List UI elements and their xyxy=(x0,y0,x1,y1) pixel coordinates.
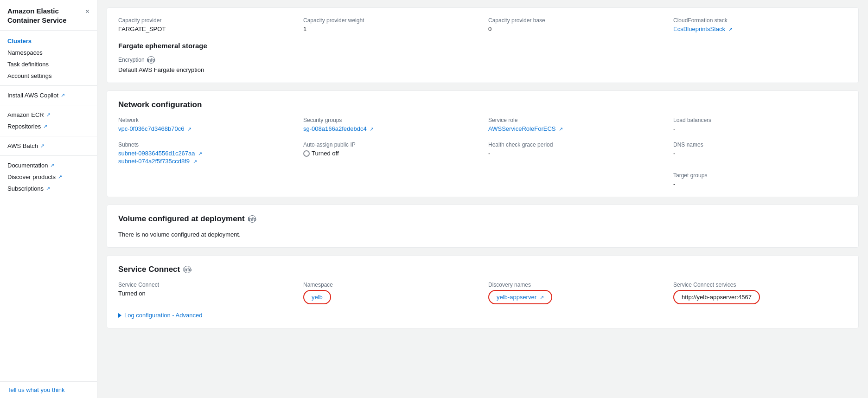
network-field: Network vpc-0f036c7d3468b70c6 ↗ xyxy=(118,117,292,132)
external-link-icon-discover: ↗ xyxy=(58,174,62,180)
health-check-field: Health check grace period - xyxy=(488,141,662,165)
sidebar: Amazon Elastic Container Service × Clust… xyxy=(0,0,97,398)
cloudformation-link[interactable]: EcsBlueprintsStack xyxy=(673,26,725,32)
sc-title-row: Service Connect Info xyxy=(118,265,847,274)
capacity-weight-label: Capacity provider weight xyxy=(303,17,477,24)
external-link-icon: ↗ xyxy=(61,92,65,98)
subnet-2-link[interactable]: subnet-074a2f5f735ccd8f9 xyxy=(118,158,190,165)
capacity-base-label: Capacity provider base xyxy=(488,17,662,24)
sidebar-item-account-settings[interactable]: Account settings xyxy=(0,70,97,82)
log-config-toggle[interactable]: Log configuration - Advanced xyxy=(118,312,847,319)
encryption-label: Encryption xyxy=(118,57,145,63)
sidebar-item-discover-products[interactable]: Discover products ↗ xyxy=(0,171,97,183)
external-link-icon-batch: ↗ xyxy=(40,143,45,149)
subnets-field: Subnets subnet-098364556d1c267aa ↗ subne… xyxy=(118,141,292,165)
close-icon[interactable]: × xyxy=(85,7,89,16)
sidebar-item-documentation[interactable]: Documentation ↗ xyxy=(0,160,97,171)
capacity-provider-value: FARGATE_SPOT xyxy=(118,26,292,32)
sc-services-value: http://yelb-appserver:4567 xyxy=(673,290,847,304)
sidebar-nav: Clusters Namespaces Task definitions Acc… xyxy=(0,31,97,381)
external-link-icon-docs: ↗ xyxy=(50,162,54,168)
sidebar-item-amazon-ecr[interactable]: Amazon ECR ↗ xyxy=(0,109,97,121)
service-connect-card: Service Connect Info Service Connect Tur… xyxy=(107,255,859,328)
dns-names-value: - xyxy=(673,150,847,157)
discovery-link[interactable]: yelb-appserver xyxy=(497,294,536,301)
discovery-ext-icon: ↗ xyxy=(540,295,544,300)
subnet-1-link[interactable]: subnet-098364556d1c267aa xyxy=(118,150,195,157)
auto-assign-value: Turned off xyxy=(303,150,477,158)
status-off: Turned off xyxy=(303,150,339,157)
dns-names-field: DNS names - xyxy=(673,141,847,165)
sc-connect-field: Service Connect Turned on xyxy=(118,282,292,304)
namespace-link[interactable]: yelb xyxy=(312,294,323,301)
network-value: vpc-0f036c7d3468b70c6 ↗ xyxy=(118,125,292,132)
sc-info-badge[interactable]: Info xyxy=(184,266,191,273)
sc-services-label: Service Connect services xyxy=(673,282,847,288)
discovery-annotation: yelb-appserver ↗ xyxy=(488,290,552,304)
sidebar-item-aws-batch[interactable]: AWS Batch ↗ xyxy=(0,140,97,152)
network-link[interactable]: vpc-0f036c7d3468b70c6 xyxy=(118,125,184,132)
sidebar-item-clusters[interactable]: Clusters xyxy=(0,35,97,47)
fargate-ephemeral-section: Fargate ephemeral storage Encryption inf… xyxy=(118,42,847,73)
sc-connect-label: Service Connect xyxy=(118,282,292,288)
sc-discovery-label: Discovery names xyxy=(488,282,662,288)
sidebar-header: Amazon Elastic Container Service × xyxy=(0,0,97,31)
subnet-1: subnet-098364556d1c267aa ↗ xyxy=(118,150,292,157)
health-check-value: - xyxy=(488,150,662,157)
security-groups-link[interactable]: sg-008a166a2fedebdc4 xyxy=(303,125,367,132)
dns-names-label: DNS names xyxy=(673,141,847,148)
volume-empty-message: There is no volume configured at deploym… xyxy=(118,231,847,238)
external-link-icon-repos: ↗ xyxy=(43,123,47,129)
capacity-weight-field: Capacity provider weight 1 xyxy=(303,17,477,32)
service-role-field: Service role AWSServiceRoleForECS ↗ xyxy=(488,117,662,132)
sidebar-item-subscriptions[interactable]: Subscriptions ↗ xyxy=(0,183,97,194)
network-row-2: Subnets subnet-098364556d1c267aa ↗ subne… xyxy=(118,141,847,165)
sidebar-divider-1 xyxy=(0,85,97,86)
network-row-3: Target groups - xyxy=(118,172,847,187)
cloudformation-field: CloudFormation stack EcsBlueprintsStack … xyxy=(673,17,847,32)
cloudformation-label: CloudFormation stack xyxy=(673,17,847,24)
volume-info-badge[interactable]: Info xyxy=(249,215,256,223)
service-role-value: AWSServiceRoleForECS ↗ xyxy=(488,125,662,132)
encryption-info-badge[interactable]: info xyxy=(147,56,155,64)
subnet1-ext-icon: ↗ xyxy=(198,151,202,156)
volume-card: Volume configured at deployment Info The… xyxy=(107,205,859,248)
feedback-link[interactable]: Tell us what you think xyxy=(7,386,65,393)
capacity-base-value: 0 xyxy=(488,26,662,32)
sc-grid: Service Connect Turned on Namespace yelb… xyxy=(118,282,847,304)
target-groups-field: Target groups - xyxy=(673,172,847,187)
sidebar-item-task-definitions[interactable]: Task definitions xyxy=(0,58,97,70)
security-groups-value: sg-008a166a2fedebdc4 ↗ xyxy=(303,125,477,132)
capacity-top-grid: Capacity provider FARGATE_SPOT Capacity … xyxy=(118,17,847,32)
namespace-annotation: yelb xyxy=(303,290,331,304)
load-balancers-label: Load balancers xyxy=(673,117,847,123)
external-link-icon-ecr: ↗ xyxy=(46,112,51,118)
subnet2-ext-icon: ↗ xyxy=(193,159,197,164)
fargate-title: Fargate ephemeral storage xyxy=(118,42,847,50)
network-row-1: Network vpc-0f036c7d3468b70c6 ↗ Security… xyxy=(118,117,847,132)
volume-title-row: Volume configured at deployment Info xyxy=(118,214,847,224)
sc-discovery-field: Discovery names yelb-appserver ↗ xyxy=(488,282,662,304)
sc-namespace-value: yelb xyxy=(303,290,477,304)
sc-discovery-value: yelb-appserver ↗ xyxy=(488,290,662,304)
target-groups-label: Target groups xyxy=(673,172,847,179)
service-role-link[interactable]: AWSServiceRoleForECS xyxy=(488,125,555,132)
sg-ext-icon: ↗ xyxy=(370,126,374,132)
network-config-card: Network configuration Network vpc-0f036c… xyxy=(107,90,859,197)
security-groups-label: Security groups xyxy=(303,117,477,123)
sidebar-item-install-copilot[interactable]: Install AWS Copilot ↗ xyxy=(0,90,97,101)
main-content: Capacity provider FARGATE_SPOT Capacity … xyxy=(97,0,868,398)
sr-ext-icon: ↗ xyxy=(559,126,563,132)
sidebar-item-namespaces[interactable]: Namespaces xyxy=(0,47,97,58)
sidebar-divider-4 xyxy=(0,155,97,156)
sidebar-item-repositories[interactable]: Repositories ↗ xyxy=(0,121,97,132)
health-check-label: Health check grace period xyxy=(488,141,662,148)
sidebar-footer: Tell us what you think xyxy=(0,381,97,398)
cloudformation-ext-icon: ↗ xyxy=(728,26,733,32)
network-label: Network xyxy=(118,117,292,123)
external-link-icon-subscriptions: ↗ xyxy=(46,186,50,192)
cloudformation-value: EcsBlueprintsStack ↗ xyxy=(673,26,847,32)
auto-assign-label: Auto-assign public IP xyxy=(303,141,477,148)
sc-namespace-field: Namespace yelb xyxy=(303,282,477,304)
volume-title: Volume configured at deployment xyxy=(118,214,245,224)
